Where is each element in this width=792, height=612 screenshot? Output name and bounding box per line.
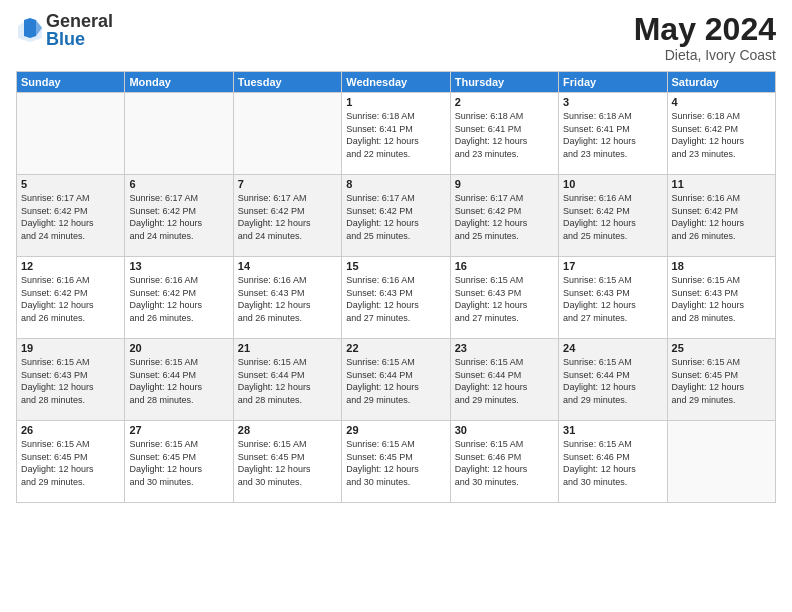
day-info: Sunrise: 6:15 AM Sunset: 6:43 PM Dayligh… xyxy=(563,274,662,324)
calendar-row: 5Sunrise: 6:17 AM Sunset: 6:42 PM Daylig… xyxy=(17,175,776,257)
calendar-table: Sunday Monday Tuesday Wednesday Thursday… xyxy=(16,71,776,503)
table-row: 6Sunrise: 6:17 AM Sunset: 6:42 PM Daylig… xyxy=(125,175,233,257)
day-number: 13 xyxy=(129,260,228,272)
day-number: 20 xyxy=(129,342,228,354)
table-row: 3Sunrise: 6:18 AM Sunset: 6:41 PM Daylig… xyxy=(559,93,667,175)
table-row: 15Sunrise: 6:16 AM Sunset: 6:43 PM Dayli… xyxy=(342,257,450,339)
table-row: 27Sunrise: 6:15 AM Sunset: 6:45 PM Dayli… xyxy=(125,421,233,503)
table-row: 7Sunrise: 6:17 AM Sunset: 6:42 PM Daylig… xyxy=(233,175,341,257)
day-info: Sunrise: 6:15 AM Sunset: 6:43 PM Dayligh… xyxy=(672,274,771,324)
table-row: 16Sunrise: 6:15 AM Sunset: 6:43 PM Dayli… xyxy=(450,257,558,339)
header-saturday: Saturday xyxy=(667,72,775,93)
day-number: 24 xyxy=(563,342,662,354)
day-number: 29 xyxy=(346,424,445,436)
table-row xyxy=(17,93,125,175)
day-info: Sunrise: 6:15 AM Sunset: 6:45 PM Dayligh… xyxy=(238,438,337,488)
calendar-row: 1Sunrise: 6:18 AM Sunset: 6:41 PM Daylig… xyxy=(17,93,776,175)
calendar-row: 26Sunrise: 6:15 AM Sunset: 6:45 PM Dayli… xyxy=(17,421,776,503)
day-info: Sunrise: 6:15 AM Sunset: 6:44 PM Dayligh… xyxy=(129,356,228,406)
day-number: 10 xyxy=(563,178,662,190)
day-number: 5 xyxy=(21,178,120,190)
day-number: 2 xyxy=(455,96,554,108)
day-info: Sunrise: 6:15 AM Sunset: 6:43 PM Dayligh… xyxy=(455,274,554,324)
table-row: 19Sunrise: 6:15 AM Sunset: 6:43 PM Dayli… xyxy=(17,339,125,421)
table-row: 24Sunrise: 6:15 AM Sunset: 6:44 PM Dayli… xyxy=(559,339,667,421)
table-row: 25Sunrise: 6:15 AM Sunset: 6:45 PM Dayli… xyxy=(667,339,775,421)
day-info: Sunrise: 6:17 AM Sunset: 6:42 PM Dayligh… xyxy=(238,192,337,242)
day-info: Sunrise: 6:15 AM Sunset: 6:44 PM Dayligh… xyxy=(238,356,337,406)
day-info: Sunrise: 6:16 AM Sunset: 6:43 PM Dayligh… xyxy=(238,274,337,324)
logo-text: General Blue xyxy=(46,12,113,48)
day-number: 14 xyxy=(238,260,337,272)
table-row: 20Sunrise: 6:15 AM Sunset: 6:44 PM Dayli… xyxy=(125,339,233,421)
day-number: 27 xyxy=(129,424,228,436)
table-row: 17Sunrise: 6:15 AM Sunset: 6:43 PM Dayli… xyxy=(559,257,667,339)
table-row: 22Sunrise: 6:15 AM Sunset: 6:44 PM Dayli… xyxy=(342,339,450,421)
day-number: 18 xyxy=(672,260,771,272)
day-number: 8 xyxy=(346,178,445,190)
day-number: 16 xyxy=(455,260,554,272)
table-row: 13Sunrise: 6:16 AM Sunset: 6:42 PM Dayli… xyxy=(125,257,233,339)
day-info: Sunrise: 6:15 AM Sunset: 6:45 PM Dayligh… xyxy=(129,438,228,488)
table-row: 1Sunrise: 6:18 AM Sunset: 6:41 PM Daylig… xyxy=(342,93,450,175)
header-wednesday: Wednesday xyxy=(342,72,450,93)
day-number: 4 xyxy=(672,96,771,108)
table-row: 26Sunrise: 6:15 AM Sunset: 6:45 PM Dayli… xyxy=(17,421,125,503)
day-number: 23 xyxy=(455,342,554,354)
table-row: 23Sunrise: 6:15 AM Sunset: 6:44 PM Dayli… xyxy=(450,339,558,421)
day-info: Sunrise: 6:17 AM Sunset: 6:42 PM Dayligh… xyxy=(346,192,445,242)
day-number: 21 xyxy=(238,342,337,354)
table-row: 31Sunrise: 6:15 AM Sunset: 6:46 PM Dayli… xyxy=(559,421,667,503)
table-row: 5Sunrise: 6:17 AM Sunset: 6:42 PM Daylig… xyxy=(17,175,125,257)
table-row: 11Sunrise: 6:16 AM Sunset: 6:42 PM Dayli… xyxy=(667,175,775,257)
calendar-page: General Blue May 2024 Dieta, Ivory Coast… xyxy=(0,0,792,612)
day-info: Sunrise: 6:16 AM Sunset: 6:42 PM Dayligh… xyxy=(129,274,228,324)
table-row: 8Sunrise: 6:17 AM Sunset: 6:42 PM Daylig… xyxy=(342,175,450,257)
day-number: 28 xyxy=(238,424,337,436)
table-row: 9Sunrise: 6:17 AM Sunset: 6:42 PM Daylig… xyxy=(450,175,558,257)
table-row: 21Sunrise: 6:15 AM Sunset: 6:44 PM Dayli… xyxy=(233,339,341,421)
day-number: 30 xyxy=(455,424,554,436)
day-number: 7 xyxy=(238,178,337,190)
table-row: 14Sunrise: 6:16 AM Sunset: 6:43 PM Dayli… xyxy=(233,257,341,339)
day-info: Sunrise: 6:15 AM Sunset: 6:45 PM Dayligh… xyxy=(672,356,771,406)
day-info: Sunrise: 6:18 AM Sunset: 6:41 PM Dayligh… xyxy=(346,110,445,160)
days-header-row: Sunday Monday Tuesday Wednesday Thursday… xyxy=(17,72,776,93)
calendar-row: 12Sunrise: 6:16 AM Sunset: 6:42 PM Dayli… xyxy=(17,257,776,339)
table-row: 10Sunrise: 6:16 AM Sunset: 6:42 PM Dayli… xyxy=(559,175,667,257)
table-row: 30Sunrise: 6:15 AM Sunset: 6:46 PM Dayli… xyxy=(450,421,558,503)
header: General Blue May 2024 Dieta, Ivory Coast xyxy=(16,12,776,63)
table-row: 2Sunrise: 6:18 AM Sunset: 6:41 PM Daylig… xyxy=(450,93,558,175)
day-number: 17 xyxy=(563,260,662,272)
header-thursday: Thursday xyxy=(450,72,558,93)
day-info: Sunrise: 6:15 AM Sunset: 6:45 PM Dayligh… xyxy=(346,438,445,488)
day-info: Sunrise: 6:15 AM Sunset: 6:43 PM Dayligh… xyxy=(21,356,120,406)
table-row xyxy=(125,93,233,175)
header-tuesday: Tuesday xyxy=(233,72,341,93)
header-monday: Monday xyxy=(125,72,233,93)
day-number: 19 xyxy=(21,342,120,354)
title-block: May 2024 Dieta, Ivory Coast xyxy=(634,12,776,63)
logo-general: General xyxy=(46,12,113,30)
day-info: Sunrise: 6:15 AM Sunset: 6:45 PM Dayligh… xyxy=(21,438,120,488)
day-info: Sunrise: 6:15 AM Sunset: 6:46 PM Dayligh… xyxy=(563,438,662,488)
day-info: Sunrise: 6:18 AM Sunset: 6:41 PM Dayligh… xyxy=(563,110,662,160)
day-number: 11 xyxy=(672,178,771,190)
table-row: 12Sunrise: 6:16 AM Sunset: 6:42 PM Dayli… xyxy=(17,257,125,339)
day-info: Sunrise: 6:15 AM Sunset: 6:44 PM Dayligh… xyxy=(455,356,554,406)
logo-icon xyxy=(16,16,44,44)
day-info: Sunrise: 6:15 AM Sunset: 6:44 PM Dayligh… xyxy=(563,356,662,406)
day-number: 9 xyxy=(455,178,554,190)
day-number: 26 xyxy=(21,424,120,436)
day-info: Sunrise: 6:16 AM Sunset: 6:42 PM Dayligh… xyxy=(21,274,120,324)
day-info: Sunrise: 6:15 AM Sunset: 6:44 PM Dayligh… xyxy=(346,356,445,406)
calendar-row: 19Sunrise: 6:15 AM Sunset: 6:43 PM Dayli… xyxy=(17,339,776,421)
day-info: Sunrise: 6:18 AM Sunset: 6:41 PM Dayligh… xyxy=(455,110,554,160)
day-info: Sunrise: 6:15 AM Sunset: 6:46 PM Dayligh… xyxy=(455,438,554,488)
day-number: 1 xyxy=(346,96,445,108)
day-info: Sunrise: 6:17 AM Sunset: 6:42 PM Dayligh… xyxy=(21,192,120,242)
day-info: Sunrise: 6:17 AM Sunset: 6:42 PM Dayligh… xyxy=(455,192,554,242)
day-number: 25 xyxy=(672,342,771,354)
day-info: Sunrise: 6:16 AM Sunset: 6:43 PM Dayligh… xyxy=(346,274,445,324)
table-row: 18Sunrise: 6:15 AM Sunset: 6:43 PM Dayli… xyxy=(667,257,775,339)
